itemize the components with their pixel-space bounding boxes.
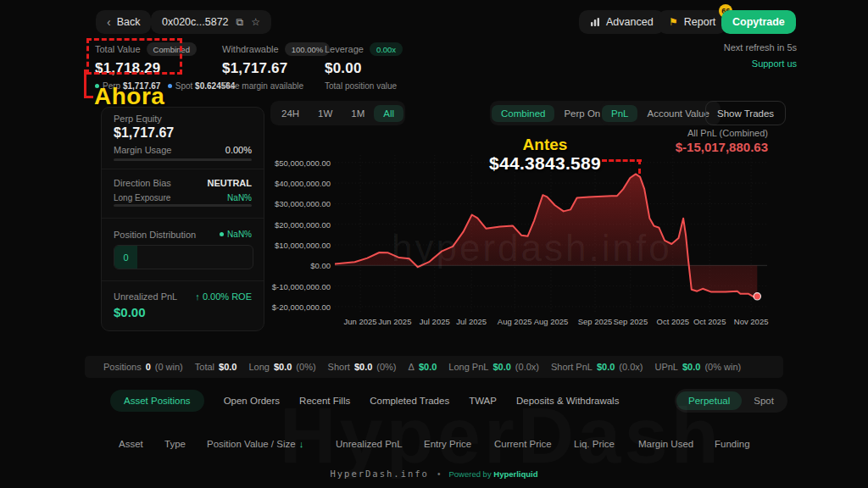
roe-value: ↑ 0.00% ROE <box>195 291 252 302</box>
distribution-cell: 0 <box>114 246 137 269</box>
toggle-spot[interactable]: Spot <box>742 391 786 410</box>
long-exposure-bar <box>114 204 252 207</box>
withdrawable-block: Withdrawable 100.00% $1,717.67 Free marg… <box>222 42 330 91</box>
range-selector: 24H 1W 1M All <box>270 101 405 125</box>
x-axis-tick: Oct 2025 <box>693 317 726 326</box>
withdrawable-sub: Free margin available <box>222 81 330 91</box>
footer-separator: • <box>437 469 441 479</box>
y-axis-tick: $30,000,000.00 <box>275 199 331 208</box>
stat-delta: Δ$0.0 <box>409 362 437 372</box>
long-exposure-label: Long Exposure <box>114 193 170 202</box>
x-axis-tick: Oct 2025 <box>657 317 690 326</box>
annotation-ahora-text: Ahora <box>94 83 164 110</box>
show-trades-button[interactable]: Show Trades <box>705 101 786 125</box>
refresh-countdown: Next refresh in 5s <box>724 42 797 53</box>
stat-long-pnl: Long PnL$0.0(0.0x) <box>448 362 539 372</box>
mode-combined[interactable]: Combined <box>492 105 554 122</box>
withdrawable-label: Withdrawable <box>222 44 279 54</box>
copytrade-label: Copytrade <box>732 16 785 28</box>
mode-selector: Combined Perp Only <box>490 101 619 125</box>
range-24h[interactable]: 24H <box>272 105 309 122</box>
x-axis-labels: Jun 2025Jun 2025Jul 2025Jul 2025Aug 2025… <box>335 317 767 329</box>
annotation-peak-dash-h <box>602 159 642 162</box>
leverage-sub: Total position value <box>325 81 403 91</box>
range-1w[interactable]: 1W <box>309 105 342 122</box>
withdrawable-badge: 100.00% <box>285 42 331 56</box>
perp-equity-value: $1,717.67 <box>114 125 174 141</box>
powered-by-link[interactable]: Powered by Hyperliquid <box>448 469 537 479</box>
advanced-label: Advanced <box>606 16 654 28</box>
col-asset[interactable]: Asset <box>119 439 143 449</box>
x-axis-tick: Nov 2025 <box>734 317 769 326</box>
tab-asset-positions[interactable]: Asset Positions <box>110 390 204 412</box>
unrealized-pnl-value: $0.00 <box>114 305 146 319</box>
x-axis-tick: Jul 2025 <box>420 317 450 326</box>
margin-usage-value: 0.00% <box>225 145 252 155</box>
last-point-dot <box>754 293 760 300</box>
range-1m[interactable]: 1M <box>342 105 374 122</box>
x-axis-tick: Jul 2025 <box>456 317 487 326</box>
copy-icon[interactable]: ⧉ <box>236 16 244 28</box>
report-label: Report <box>684 16 716 28</box>
flag-icon: ⚑ <box>669 16 678 28</box>
annotation-peak-dash-v <box>638 159 641 174</box>
annotation-leader-line <box>84 69 86 97</box>
stat-total: Total$0.0 <box>195 362 237 372</box>
unrealized-pnl-label: Unrealized PnL <box>114 291 177 302</box>
stat-upnl: UPnL$0.0(0% win) <box>654 362 741 372</box>
distribution-dot-icon <box>220 232 224 236</box>
back-button[interactable]: ‹ Back <box>96 10 151 34</box>
annotation-antes-text: Antes <box>483 136 607 152</box>
report-button[interactable]: ⚑ Report 66 <box>658 10 726 34</box>
support-us-link[interactable]: Support us <box>724 58 797 69</box>
stat-short-pnl: Short PnL$0.0(0.0x) <box>551 362 643 372</box>
long-exposure-value: NaN% <box>227 193 252 202</box>
spot-label: Spot <box>175 81 193 91</box>
direction-bias-value: NEUTRAL <box>207 178 252 188</box>
leverage-block: Leverage 0.00x $0.00 Total position valu… <box>325 42 403 91</box>
y-axis-tick: $50,000,000.00 <box>275 158 331 168</box>
range-all[interactable]: All <box>374 105 403 122</box>
col-type[interactable]: Type <box>164 439 186 449</box>
y-axis-tick: $10,000,000.00 <box>275 241 331 250</box>
divider <box>102 218 264 219</box>
position-distribution-value: NaN% <box>220 230 252 239</box>
divider <box>102 169 264 169</box>
stat-short: Short$0.0(0%) <box>328 362 397 372</box>
x-axis-tick: Aug 2025 <box>498 317 532 326</box>
direction-bias-label: Direction Bias <box>114 178 171 188</box>
y-axis-tick: $-20,000,000.00 <box>272 302 331 312</box>
x-axis-tick: Jun 2025 <box>344 317 377 326</box>
account-summary-panel: Perp Equity $1,717.67 Margin Usage 0.00%… <box>101 107 264 331</box>
leverage-value: $0.00 <box>325 60 403 77</box>
chart-watermark: hyperdash.info <box>392 227 672 269</box>
hyperdash-dashboard: ‹ Back 0x020c...5872 ⧉ ☆ Advanced ⚑ Repo… <box>0 0 868 488</box>
leverage-label: Leverage <box>325 44 364 54</box>
y-axis-tick: $40,000,000.00 <box>275 179 331 188</box>
annotation-antes-block: Antes $44.3843.589 <box>483 136 607 172</box>
page-watermark: HyperDash <box>280 391 722 480</box>
copytrade-button[interactable]: Copytrade <box>721 10 796 34</box>
margin-usage-bar <box>114 158 252 161</box>
stat-long: Long$0.0(0%) <box>248 362 315 372</box>
divider <box>102 280 264 281</box>
tab-open-orders[interactable]: Open Orders <box>224 396 280 406</box>
annotation-leader-dash <box>84 96 93 98</box>
wallet-address: 0x020c...5872 <box>162 16 229 28</box>
advanced-button[interactable]: Advanced <box>579 10 665 34</box>
positions-stats-bar: Positions0(0 win) Total$0.0 Long$0.0(0%)… <box>85 356 783 378</box>
footer-brand: HyperDash.info <box>330 469 429 479</box>
view-pnl[interactable]: PnL <box>602 105 637 122</box>
margin-usage-label: Margin Usage <box>114 145 171 155</box>
annotation-dashed-box <box>86 38 182 75</box>
x-axis-tick: Sep 2025 <box>613 317 648 326</box>
star-icon[interactable]: ☆ <box>251 16 260 28</box>
x-axis-tick: Aug 2025 <box>534 317 569 326</box>
wallet-address-pill[interactable]: 0x020c...5872 ⧉ ☆ <box>151 10 271 34</box>
leverage-badge: 0.00x <box>370 42 403 56</box>
spot-dot-icon <box>168 84 172 88</box>
position-distribution-label: Position Distribution <box>114 230 196 240</box>
stat-positions: Positions0(0 win) <box>103 362 183 372</box>
chevron-left-icon: ‹ <box>107 15 111 29</box>
back-label: Back <box>117 16 141 28</box>
